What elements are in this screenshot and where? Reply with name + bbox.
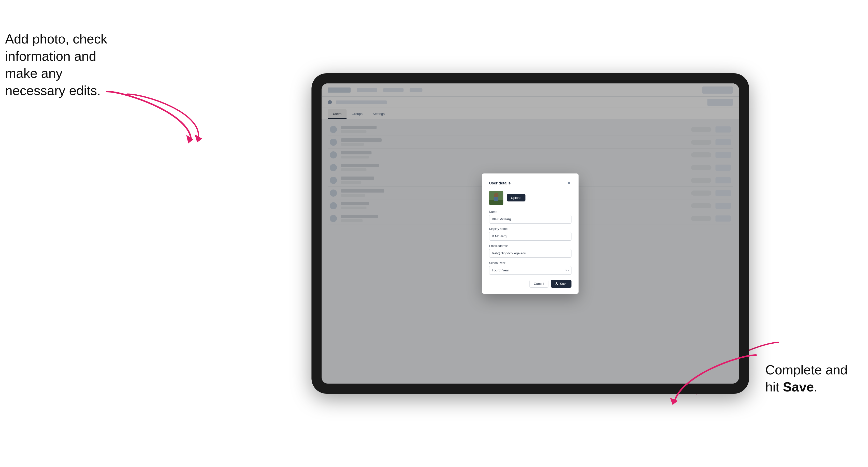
select-clear-icon[interactable]: × <box>565 268 567 272</box>
modal-title: User details <box>489 181 510 185</box>
display-name-field-group: Display name <box>489 227 571 241</box>
display-name-input[interactable] <box>489 232 571 241</box>
modal-overlay: User details × <box>321 84 739 383</box>
arrow-left <box>125 92 206 143</box>
email-field-group: Email address <box>489 244 571 258</box>
name-label: Name <box>489 210 571 214</box>
cancel-button[interactable]: Cancel <box>529 280 548 288</box>
user-details-modal: User details × <box>482 174 579 294</box>
svg-rect-6 <box>556 285 557 285</box>
photo-thumbnail <box>489 191 503 205</box>
svg-point-4 <box>494 193 498 198</box>
select-icons: × ▾ <box>565 268 569 272</box>
annotation-left: Add photo, check information and make an… <box>5 31 112 99</box>
close-icon[interactable]: × <box>566 181 571 186</box>
save-button[interactable]: Save <box>551 280 571 288</box>
school-year-select-wrapper: × ▾ <box>489 266 571 275</box>
svg-marker-7 <box>186 135 193 144</box>
svg-rect-5 <box>494 197 498 201</box>
avatar-image <box>489 191 503 205</box>
school-year-field-group: School Year × ▾ <box>489 261 571 275</box>
modal-header: User details × <box>489 181 571 186</box>
svg-marker-8 <box>670 398 678 405</box>
tablet-device: Users Groups Settings <box>311 73 749 394</box>
email-input[interactable] <box>489 249 571 258</box>
school-year-input[interactable] <box>489 266 571 275</box>
chevron-down-icon[interactable]: ▾ <box>568 269 569 272</box>
upload-photo-button[interactable]: Upload <box>507 194 525 201</box>
photo-image <box>489 191 503 205</box>
modal-footer: Cancel Save <box>489 280 571 288</box>
left-arrow <box>99 82 196 145</box>
email-label: Email address <box>489 244 571 248</box>
photo-upload-row: Upload <box>489 191 571 205</box>
display-name-label: Display name <box>489 227 571 231</box>
name-input[interactable] <box>489 215 571 224</box>
svg-marker-0 <box>195 134 202 143</box>
tablet-screen: Users Groups Settings <box>321 84 739 383</box>
annotation-right: Complete and hit Save. <box>765 362 848 396</box>
school-year-label: School Year <box>489 261 571 265</box>
name-field-group: Name <box>489 210 571 224</box>
save-icon <box>555 282 558 285</box>
